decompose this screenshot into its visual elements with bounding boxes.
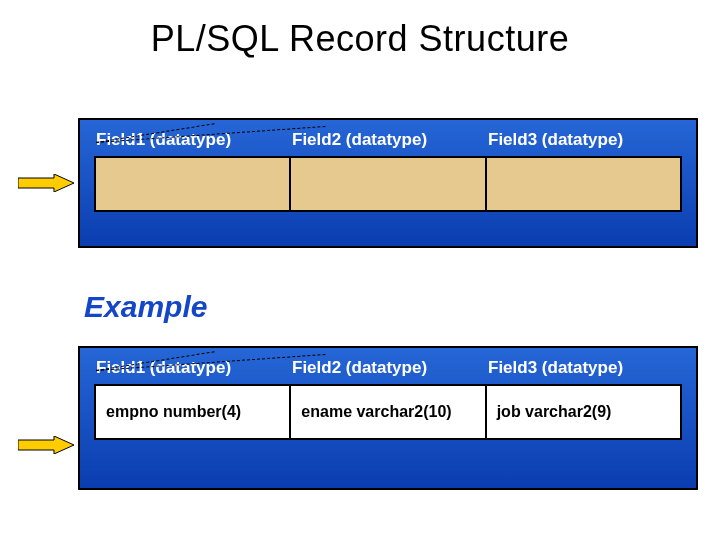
blank-value-row: [94, 156, 682, 212]
svg-marker-0: [18, 174, 74, 192]
field2-value-blank: [289, 156, 486, 212]
field1-example: empno number(4): [94, 384, 291, 440]
field2-header: Field2 (datatype): [290, 358, 486, 384]
field3-header: Field3 (datatype): [486, 130, 682, 156]
field1-header: Field1 (datatype): [94, 130, 290, 156]
svg-marker-1: [18, 436, 74, 454]
example-heading: Example: [84, 290, 207, 324]
arrow-icon: [18, 174, 74, 192]
example-value-row: empno number(4) ename varchar2(10) job v…: [94, 384, 682, 440]
field2-header: Field2 (datatype): [290, 130, 486, 156]
page-title: PL/SQL Record Structure: [0, 18, 720, 60]
field3-header: Field3 (datatype): [486, 358, 682, 384]
field3-example: job varchar2(9): [485, 384, 682, 440]
field1-header: Field1 (datatype): [94, 358, 290, 384]
field3-value-blank: [485, 156, 682, 212]
arrow-icon: [18, 436, 74, 454]
field-header-row: Field1 (datatype) Field2 (datatype) Fiel…: [94, 130, 682, 156]
field2-example: ename varchar2(10): [289, 384, 486, 440]
field1-value-blank: [94, 156, 291, 212]
record-example-panel: Field1 (datatype) Field2 (datatype) Fiel…: [78, 346, 698, 490]
field-header-row: Field1 (datatype) Field2 (datatype) Fiel…: [94, 358, 682, 384]
